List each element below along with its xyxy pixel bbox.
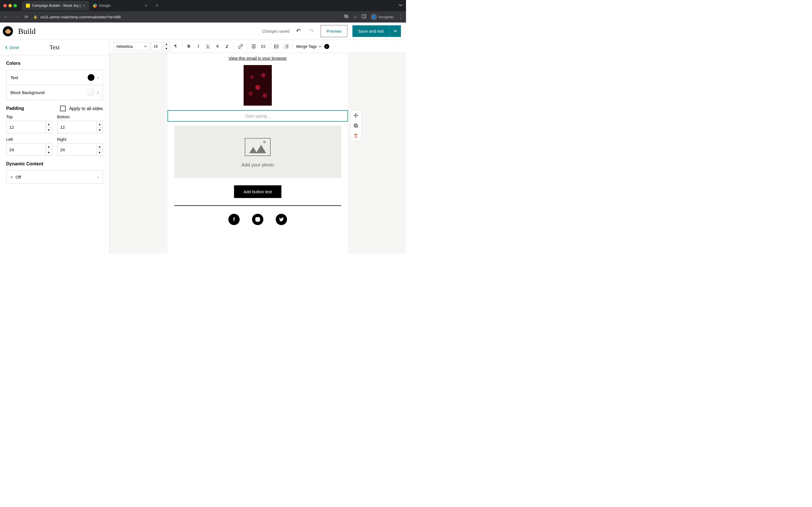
font-size-input[interactable]: ▲▼ <box>151 42 170 51</box>
tab-close-icon[interactable]: × <box>145 3 147 8</box>
canvas-area: Helvetica ▲▼ ¶ B I U S T✕ 123 Mer <box>109 40 406 253</box>
panel-icon[interactable] <box>362 14 366 20</box>
move-block-button[interactable] <box>350 110 361 121</box>
step-down-icon[interactable]: ▼ <box>46 127 52 133</box>
padding-bottom-field[interactable] <box>57 121 96 133</box>
padding-left-input[interactable]: ▲▼ <box>6 144 52 156</box>
svg-rect-23 <box>354 124 357 126</box>
instagram-icon[interactable] <box>252 214 263 225</box>
browser-tab-active[interactable]: Campaign Builder - Mood Joy | × <box>22 1 89 10</box>
apply-all-sides-checkbox[interactable]: Apply to all sides <box>60 106 103 111</box>
new-tab-button[interactable]: + <box>153 3 161 9</box>
mailchimp-logo-icon[interactable]: 🐵 <box>3 26 13 36</box>
chevron-down-icon <box>144 45 147 48</box>
svg-rect-2 <box>362 15 366 18</box>
step-up-icon[interactable]: ▲ <box>97 144 103 150</box>
underline-button[interactable]: U <box>204 42 212 51</box>
url-toolbar: ← → ⟳ 🔒 us21.admin.mailchimp.com/email/e… <box>0 11 406 22</box>
option-label: Text <box>10 75 18 80</box>
eye-off-icon[interactable] <box>344 14 349 20</box>
step-up-icon[interactable]: ▲ <box>97 121 103 127</box>
photo-placeholder-block[interactable]: Add your photo <box>174 126 341 178</box>
numbered-list-button[interactable]: 123 <box>282 42 290 51</box>
facebook-icon[interactable]: f <box>229 214 240 225</box>
save-and-exit-button[interactable]: Save and exit <box>352 25 389 37</box>
font-family-select[interactable]: Helvetica <box>113 42 150 51</box>
text-block-selected[interactable]: Start typing... <box>167 110 348 122</box>
padding-right-field[interactable] <box>57 144 96 156</box>
block-background-row[interactable]: Block Background › <box>6 85 103 100</box>
step-up-icon[interactable]: ▲ <box>46 144 52 150</box>
url-text: us21.admin.mailchimp.com/email/editor?id… <box>40 15 121 19</box>
step-down-icon[interactable]: ▼ <box>46 150 52 156</box>
checkbox-label: Apply to all sides <box>69 106 103 111</box>
address-bar[interactable]: 🔒 us21.admin.mailchimp.com/email/editor?… <box>33 15 340 19</box>
strikethrough-button[interactable]: S <box>213 42 222 51</box>
merge-tags-button[interactable]: Merge Tags <box>296 44 321 49</box>
tab-title: Campaign Builder - Mood Joy | <box>32 4 80 8</box>
email-preview: View this email in your browser Start ty… <box>167 53 348 253</box>
step-down-icon[interactable]: ▼ <box>163 47 170 51</box>
undo-button[interactable]: ↶ <box>295 27 303 35</box>
step-up-icon[interactable]: ▲ <box>46 121 52 127</box>
duplicate-block-button[interactable] <box>350 121 361 131</box>
window-max-dot[interactable] <box>13 4 17 7</box>
padding-right-input[interactable]: ▲▼ <box>57 144 103 156</box>
tab-list-chevron-icon[interactable] <box>399 3 403 8</box>
padding-label: Right <box>57 137 103 142</box>
font-size-field[interactable] <box>151 42 163 51</box>
svg-point-27 <box>259 218 259 219</box>
view-in-browser-link[interactable]: View this email in your browser <box>167 56 348 61</box>
done-button[interactable]: Done <box>0 45 24 50</box>
chrome-menu-button[interactable]: ⋮ <box>398 14 403 20</box>
padding-top-field[interactable] <box>6 121 45 133</box>
browser-tab[interactable]: Google × <box>89 1 151 10</box>
hero-image[interactable] <box>244 65 272 106</box>
clear-format-button[interactable]: T✕ <box>223 42 232 51</box>
done-label: Done <box>10 45 19 50</box>
font-value: Helvetica <box>116 44 133 49</box>
delete-block-button[interactable] <box>350 131 361 141</box>
canvas-scroll[interactable]: View this email in your browser Start ty… <box>109 53 406 253</box>
lock-icon: 🔒 <box>33 15 38 19</box>
separator <box>270 43 270 50</box>
forward-button: → <box>13 14 19 19</box>
window-min-dot[interactable] <box>8 4 12 7</box>
align-button[interactable] <box>250 42 258 51</box>
italic-button[interactable]: I <box>194 42 203 51</box>
separator <box>293 43 293 50</box>
step-up-icon[interactable]: ▲ <box>163 42 170 47</box>
text-color-row[interactable]: Text › <box>6 70 103 85</box>
tab-close-icon[interactable]: × <box>83 3 85 8</box>
save-dropdown-button[interactable] <box>389 25 401 37</box>
link-button[interactable] <box>236 42 245 51</box>
bookmark-star-icon[interactable]: ☆ <box>353 14 357 20</box>
svg-point-26 <box>257 219 259 221</box>
step-down-icon[interactable]: ▼ <box>97 150 103 156</box>
divider-block[interactable] <box>174 205 341 206</box>
padding-bottom-input[interactable]: ▲▼ <box>57 121 103 133</box>
padding-top-input[interactable]: ▲▼ <box>6 121 52 133</box>
bullet-list-button[interactable] <box>272 42 281 51</box>
line-height-button[interactable] <box>259 42 267 51</box>
dynamic-value: Off <box>15 175 21 179</box>
twitter-icon[interactable] <box>276 214 287 225</box>
colors-section: Colors Text › Block Background › <box>0 55 109 100</box>
bold-button[interactable]: B <box>185 42 193 51</box>
step-down-icon[interactable]: ▼ <box>97 127 103 133</box>
svg-point-12 <box>274 46 275 47</box>
padding-left-field[interactable] <box>6 144 45 156</box>
svg-rect-24 <box>355 125 357 127</box>
section-heading: Padding <box>6 106 24 111</box>
back-button[interactable]: ← <box>3 14 9 19</box>
dynamic-content-row[interactable]: Off › <box>6 170 103 184</box>
window-close-dot[interactable] <box>3 4 7 7</box>
preview-button[interactable]: Preview <box>320 25 347 37</box>
status-dot-icon <box>10 176 13 178</box>
reload-button[interactable]: ⟳ <box>23 14 29 20</box>
paragraph-style-button[interactable]: ¶ <box>171 42 180 51</box>
info-icon[interactable]: i <box>324 44 329 49</box>
incognito-icon: 👤 <box>371 14 377 20</box>
cta-button-block[interactable]: Add button text <box>234 185 282 198</box>
incognito-indicator[interactable]: 👤 Incognito <box>371 14 394 20</box>
